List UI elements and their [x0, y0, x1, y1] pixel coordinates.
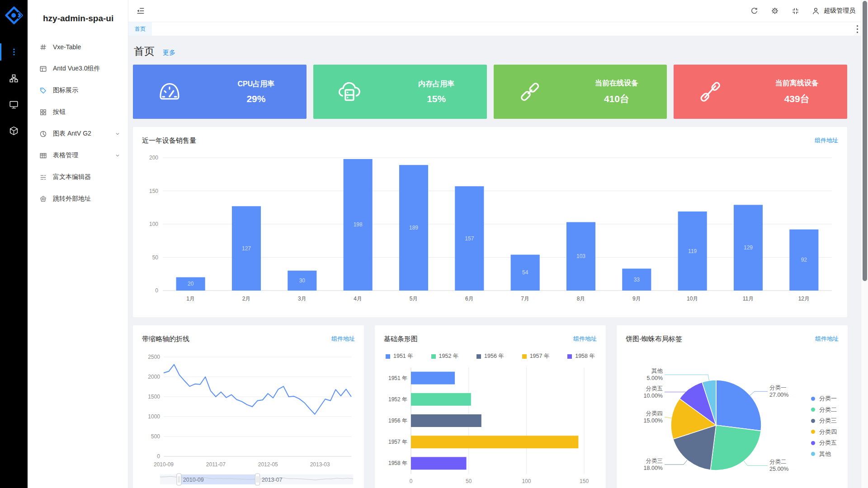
svg-text:分类五: 分类五: [646, 385, 663, 392]
sidebar-item-4[interactable]: 图表 AntV G2: [28, 123, 128, 145]
sidebar-item-0[interactable]: Vxe-Table: [28, 36, 128, 58]
settings-gear-icon[interactable]: [770, 6, 779, 15]
legend-label: 1958 年: [575, 352, 595, 360]
svg-text:20: 20: [188, 281, 194, 287]
sidebar-item-label: 富文本编辑器: [53, 173, 91, 181]
legend-item-0[interactable]: 1951 年: [386, 352, 413, 360]
panel-title: 基础条形图: [384, 335, 418, 343]
legend-label: 分类一: [819, 394, 837, 403]
stat-card-value: 15%: [427, 94, 446, 104]
tab-home[interactable]: 首页: [128, 22, 152, 36]
svg-text:2011-07: 2011-07: [206, 461, 226, 468]
app-title: hzy-admin-spa-ui: [28, 0, 128, 23]
stat-card-1: 内存占用率15%: [313, 65, 487, 119]
rail-item-desktop[interactable]: [0, 97, 28, 112]
legend-item-3[interactable]: 1957 年: [522, 352, 550, 360]
svg-text:189: 189: [409, 225, 418, 231]
svg-text:127: 127: [242, 245, 251, 252]
stat-card-text: 当前在线设备410台: [566, 79, 667, 105]
svg-text:30: 30: [299, 277, 306, 284]
legend-item-3[interactable]: 分类四: [811, 427, 837, 438]
legend-item-5[interactable]: 其他: [811, 449, 837, 460]
scrollbar-thumb[interactable]: [863, 1, 867, 281]
svg-text:54: 54: [522, 269, 528, 276]
sidebar-item-5[interactable]: 表格管理: [28, 145, 128, 166]
component-link[interactable]: 组件地址: [573, 335, 597, 343]
page-scrollbar: [861, 0, 868, 488]
slider-handle-start[interactable]: [177, 474, 181, 485]
svg-text:3月: 3月: [298, 296, 307, 302]
link-icon: [494, 79, 566, 105]
svg-text:2013-03: 2013-03: [310, 461, 330, 468]
svg-text:7月: 7月: [521, 296, 529, 302]
sidebar-item-2[interactable]: 图标展示: [28, 80, 128, 101]
user-name: 超级管理员: [824, 7, 855, 15]
legend-label: 分类二: [819, 406, 837, 414]
rail-item-codesandbox[interactable]: [0, 123, 28, 138]
appstore-icon: [39, 108, 47, 116]
legend-label: 分类五: [819, 439, 837, 447]
legend-label: 1956 年: [484, 352, 504, 360]
sidebar-item-label: 图标展示: [53, 86, 78, 94]
legend-item-4[interactable]: 分类五: [811, 437, 837, 449]
fullscreen-exit-icon[interactable]: [791, 7, 800, 15]
chart-zoom-slider[interactable]: 2010-092013-07: [142, 472, 355, 487]
svg-text:12月: 12月: [798, 296, 810, 302]
badge-icon: [39, 195, 47, 203]
slider-handle-end[interactable]: [255, 474, 260, 485]
svg-text:200: 200: [149, 155, 158, 161]
legend-item-1[interactable]: 1952 年: [431, 352, 459, 360]
line-chart: 050010001500200025002010-092011-072012-0…: [142, 352, 355, 470]
main-area: 超级管理员 首页 首页 更多 CPU占用率29%内存占用率15%当前在线设备41…: [128, 0, 868, 488]
svg-text:0: 0: [155, 287, 158, 294]
rail-item-sitemap[interactable]: [0, 70, 28, 86]
panel-title: 带缩略轴的折线: [142, 335, 189, 343]
svg-text:500: 500: [151, 433, 160, 440]
panel-head: 饼图-蜘蛛布局标签 组件地址: [626, 333, 839, 345]
app-logo[interactable]: [3, 5, 25, 26]
sidebar-item-6[interactable]: 富文本编辑器: [28, 166, 128, 188]
sidebar-item-7[interactable]: 跳转外部地址: [28, 188, 128, 210]
legend-label: 分类四: [819, 428, 837, 436]
pie-legend: 分类一分类二分类三分类四分类五其他: [811, 393, 837, 460]
legend-item-2[interactable]: 1956 年: [476, 352, 504, 360]
menu-fold-icon[interactable]: [136, 6, 146, 16]
sidebar-item-label: Vxe-Table: [53, 43, 81, 51]
legend-swatch: [431, 354, 436, 359]
stat-card-2: 当前在线设备410台: [494, 65, 667, 119]
chevron-down-icon: [114, 131, 121, 137]
svg-text:分类二: 分类二: [769, 459, 787, 465]
svg-text:5.00%: 5.00%: [647, 375, 663, 381]
svg-text:150: 150: [149, 188, 158, 194]
tag-icon: [39, 87, 47, 94]
user-menu[interactable]: 超级管理员: [811, 7, 855, 15]
rail-menu: [0, 44, 28, 138]
component-link[interactable]: 组件地址: [815, 335, 839, 343]
panel-head: 带缩略轴的折线 组件地址: [142, 333, 355, 345]
svg-text:10.00%: 10.00%: [644, 393, 663, 399]
reload-icon[interactable]: [750, 7, 759, 15]
more-icon: [9, 47, 19, 56]
svg-text:100: 100: [522, 478, 531, 484]
sidebar-item-label: 跳转外部地址: [53, 195, 91, 203]
pie-chart: 分类一27.00%分类二25.00%分类三18.00%分类四15.00%分类五1…: [626, 347, 839, 483]
legend-dot: [811, 397, 815, 401]
link-broken-icon: [674, 79, 746, 105]
component-link[interactable]: 组件地址: [815, 136, 838, 145]
component-link[interactable]: 组件地址: [331, 335, 355, 343]
sidebar: hzy-admin-spa-ui Vxe-TableAntd Vue3.0组件图…: [28, 0, 128, 488]
legend-item-0[interactable]: 分类一: [811, 393, 837, 404]
sidebar-item-1[interactable]: Antd Vue3.0组件: [28, 58, 128, 80]
tab-overflow-icon[interactable]: [857, 22, 858, 36]
legend-item-4[interactable]: 1958 年: [567, 352, 595, 360]
legend-item-1[interactable]: 分类二: [811, 404, 837, 416]
user-icon: [811, 7, 820, 15]
hbar-legend: 1951 年1952 年1956 年1957 年1958 年: [384, 352, 597, 360]
sidebar-item-3[interactable]: 按钮: [28, 101, 128, 123]
legend-item-2[interactable]: 分类三: [811, 415, 837, 427]
stat-card-title: 内存占用率: [418, 80, 454, 89]
codesandbox-icon: [9, 126, 19, 136]
rail-item-more[interactable]: [0, 44, 28, 60]
sidebar-item-label: 按钮: [53, 108, 66, 116]
more-link[interactable]: 更多: [163, 49, 175, 57]
